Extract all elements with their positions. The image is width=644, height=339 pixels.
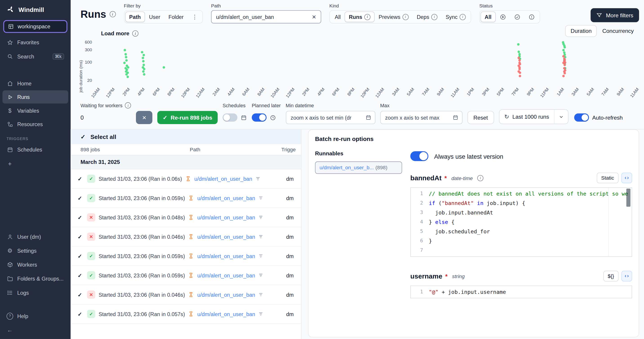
code-line[interactable]: 1// bannedAt does not exist on all versi…: [411, 189, 632, 198]
workspace-selector[interactable]: workingspace: [3, 20, 68, 33]
latest-version-toggle[interactable]: [410, 151, 428, 161]
table-row[interactable]: ✓ ✓ Started 31/03, 23:06 (Ran in 0.059s)…: [70, 266, 301, 285]
code-line[interactable]: 7: [411, 246, 632, 255]
row-checkbox[interactable]: ✓: [78, 234, 84, 240]
row-checkbox[interactable]: ✓: [78, 291, 84, 298]
run-path-link[interactable]: u/dm/alert_on_user_ban: [197, 272, 255, 278]
editor-scrollbar-thumb[interactable]: [626, 189, 630, 207]
code-line[interactable]: 5 job.scheduled_for: [411, 227, 632, 236]
reset-button[interactable]: Reset: [467, 111, 494, 124]
max-datetime-input[interactable]: [384, 114, 450, 121]
run-path-link[interactable]: u/dm/alert_on_user_ban: [197, 253, 255, 259]
code-editor-toggle-button[interactable]: [621, 173, 632, 183]
table-row[interactable]: ✓ ✕ Started 31/03, 23:06 (Ran in 0.046s)…: [70, 227, 301, 247]
last-runs-dropdown-button[interactable]: [554, 110, 568, 124]
table-row[interactable]: ✓ ✕ Started 31/03, 23:06 (Ran in 0.048s)…: [70, 208, 301, 227]
sidebar-item-folders-groups[interactable]: Folders & Groups...: [2, 272, 68, 285]
table-row[interactable]: ✓ ✓ Started 31/03, 23:06 (Ran in 0.057s)…: [70, 304, 301, 324]
calendar-icon[interactable]: [452, 115, 458, 121]
kind-all-button[interactable]: All: [330, 12, 345, 22]
cancel-selection-button[interactable]: ✕: [136, 111, 152, 124]
filter-icon[interactable]: [258, 311, 263, 316]
filter-user-button[interactable]: User: [145, 12, 164, 22]
row-checkbox[interactable]: ✓: [78, 272, 84, 278]
code-line[interactable]: 2if ("bannedAt" in job.input) {: [411, 198, 632, 208]
kind-previews-button[interactable]: Previewsi: [374, 12, 413, 22]
row-checkbox[interactable]: ✓: [78, 214, 84, 220]
path-filter-input[interactable]: [215, 13, 308, 20]
sidebar-item-resources[interactable]: Resources: [2, 118, 68, 131]
filter-icon[interactable]: [258, 292, 263, 297]
app-logo[interactable]: Windmill: [0, 0, 70, 18]
run-path-link[interactable]: u/dm/alert_on_user_ban: [197, 291, 255, 298]
filter-icon[interactable]: [258, 196, 263, 200]
filter-icon[interactable]: [256, 176, 260, 181]
filter-folder-button[interactable]: Folder: [164, 12, 188, 22]
min-datetime-input[interactable]: [290, 114, 363, 121]
table-row[interactable]: ✓ ✓ Started 31/03, 23:06 (Ran in 0.06s) …: [70, 169, 301, 189]
sidebar-item-search[interactable]: Search ⌘k: [2, 50, 68, 63]
runnable-list-item[interactable]: u/dm/alert_on_user_b... (898): [315, 161, 402, 174]
code-line[interactable]: 4} else {: [411, 217, 632, 227]
table-row[interactable]: ✓ ✕ Started 31/03, 23:06 (Ran in 0.046s)…: [70, 285, 301, 304]
run-path-link[interactable]: u/dm/alert_on_user_ban: [197, 195, 255, 201]
filter-icon[interactable]: [258, 234, 263, 239]
bannedat-code-editor[interactable]: 1// bannedAt does not exist on all versi…: [410, 187, 632, 257]
sidebar-item-favorites[interactable]: Favorites: [2, 36, 68, 49]
status-success-button[interactable]: [510, 12, 524, 22]
sidebar-add-button[interactable]: +: [2, 157, 68, 170]
filter-icon[interactable]: [258, 273, 263, 278]
calendar-icon[interactable]: [365, 115, 371, 121]
status-failure-button[interactable]: [524, 12, 538, 22]
chart-plot[interactable]: [97, 35, 636, 83]
run-path-link[interactable]: u/dm/alert_on_user_ban: [194, 176, 252, 182]
filter-path-button[interactable]: Path: [125, 12, 145, 22]
run-path-link[interactable]: u/dm/alert_on_user_ban: [197, 311, 255, 317]
code-editor-toggle-button[interactable]: [621, 271, 632, 282]
play-icon: [6, 94, 13, 100]
kind-runs-button[interactable]: Runsi: [345, 12, 374, 22]
code-line[interactable]: 6}: [411, 236, 632, 246]
sidebar-item-user[interactable]: User (dm): [2, 230, 68, 243]
filter-more-menu-button[interactable]: ⋮: [188, 12, 202, 22]
filter-icon[interactable]: [258, 254, 263, 258]
code-line[interactable]: 3 job.input.bannedAt: [411, 208, 632, 217]
sidebar-item-logs[interactable]: Logs: [2, 286, 68, 299]
select-all-row[interactable]: ✓ Select all: [70, 130, 301, 144]
sidebar-item-settings[interactable]: ⚙ Settings: [2, 244, 68, 257]
runs-controls-row: Waiting for workersi 0 ✕ ✓ Re-run 898 jo…: [70, 102, 644, 129]
template-mode-button[interactable]: ${}: [603, 271, 618, 282]
info-icon[interactable]: i: [477, 175, 483, 181]
username-code-editor[interactable]: 1"@" + job.input.username: [410, 285, 632, 298]
sidebar-item-workers[interactable]: Workers: [2, 258, 68, 271]
more-filters-button[interactable]: More filters: [591, 8, 639, 22]
code-line[interactable]: 1"@" + job.input.username: [411, 287, 632, 297]
sidebar-item-home[interactable]: Home: [2, 77, 68, 90]
sidebar-item-schedules[interactable]: Schedules: [2, 143, 68, 156]
row-checkbox[interactable]: ✓: [78, 253, 84, 259]
auto-refresh-toggle[interactable]: [574, 113, 589, 122]
clear-path-filter-button[interactable]: ✕: [311, 14, 317, 20]
run-path-link[interactable]: u/dm/alert_on_user_ban: [197, 234, 255, 240]
filter-icon[interactable]: [258, 215, 263, 220]
sidebar-item-runs[interactable]: Runs: [2, 90, 68, 103]
planned-later-toggle[interactable]: [252, 113, 266, 122]
row-checkbox[interactable]: ✓: [78, 176, 84, 182]
rerun-jobs-button[interactable]: ✓ Re-run 898 jobs: [158, 111, 218, 124]
status-all-button[interactable]: All: [480, 12, 496, 22]
run-path-link[interactable]: u/dm/alert_on_user_ban: [197, 214, 255, 220]
sidebar-collapse-button[interactable]: ←: [2, 323, 68, 336]
status-running-button[interactable]: [496, 12, 510, 22]
static-mode-button[interactable]: Static: [596, 173, 618, 183]
table-row[interactable]: ✓ ✓ Started 31/03, 23:06 (Ran in 0.059s)…: [70, 247, 301, 266]
row-checkbox[interactable]: ✓: [78, 195, 84, 201]
sidebar-item-help[interactable]: ? Help: [2, 309, 68, 322]
sidebar-item-variables[interactable]: $ Variables: [2, 104, 68, 117]
row-checkbox[interactable]: ✓: [78, 311, 84, 317]
schedules-toggle[interactable]: [222, 113, 237, 122]
info-icon[interactable]: i: [110, 11, 116, 17]
kind-deps-button[interactable]: Depsi: [412, 12, 442, 22]
last-runs-button[interactable]: ↻ Last 1000 runs: [499, 110, 554, 124]
kind-sync-button[interactable]: Synci: [442, 12, 470, 22]
table-row[interactable]: ✓ ✓ Started 31/03, 23:06 (Ran in 0.059s)…: [70, 189, 301, 208]
